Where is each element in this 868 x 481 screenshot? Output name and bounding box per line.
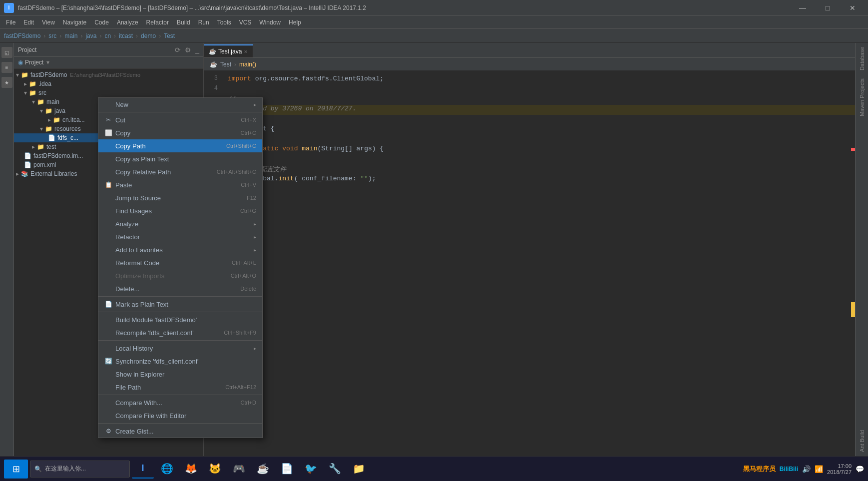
taskbar-app-cat[interactable]: 🐱 — [204, 460, 226, 479]
bc-test[interactable]: Test — [164, 32, 175, 39]
menu-item-navigate[interactable]: Navigate — [59, 18, 90, 27]
taskbar-app-java[interactable]: ☕ — [252, 460, 274, 479]
menu-item-build[interactable]: Build — [173, 18, 194, 27]
menu-item-analyze[interactable]: Analyze — [113, 18, 142, 27]
menu-item-refactor[interactable]: Refactor — [142, 18, 173, 27]
ctx-copy-path[interactable]: Copy Path Ctrl+Shift+C — [98, 139, 262, 152]
ctx-synchronize[interactable]: 🔄 Synchronize 'fdfs_client.conf' — [98, 355, 262, 368]
left-icon-1[interactable]: ◱ — [1, 47, 12, 58]
tree-item-root[interactable]: ▾ 📁 fastDFSdemo E:\shanghai34\fastDFSdem… — [14, 70, 203, 79]
project-settings-btn[interactable]: ⚙ — [185, 46, 191, 54]
menu-item-file[interactable]: File — [2, 18, 19, 27]
breadcrumb-app[interactable]: fastDFSdemo — [4, 32, 40, 39]
bc-itcast[interactable]: itcast — [119, 32, 133, 39]
bc-java[interactable]: java — [85, 32, 96, 39]
project-minimize-btn[interactable]: _ — [195, 46, 199, 54]
code-line-4: 4 — [204, 85, 855, 95]
ctx-paste[interactable]: 📋 Paste Ctrl+V — [98, 178, 262, 191]
ctx-copy-relative-shortcut: Ctrl+Alt+Shift+C — [217, 169, 256, 175]
ctx-new[interactable]: New ▸ — [98, 98, 262, 111]
ctx-compare-editor[interactable]: Compare File with Editor — [98, 409, 262, 422]
code-line-class: class Test { — [204, 125, 855, 135]
menu-item-view[interactable]: View — [38, 18, 59, 27]
taskbar-app-chrome[interactable]: 🌐 — [156, 460, 178, 479]
method-breadcrumb: ☕ Test › main() — [204, 58, 855, 71]
menu-item-run[interactable]: Run — [194, 18, 213, 27]
start-button[interactable]: ⊞ — [4, 460, 28, 479]
ctx-refactor[interactable]: Refactor ▸ — [98, 230, 262, 243]
ctx-compare-with[interactable]: Compare With... Ctrl+D — [98, 396, 262, 409]
ctx-create-gist[interactable]: ⚙ Create Gist... — [98, 425, 262, 438]
ctx-build-module[interactable]: Build Module 'fastDFSdemo' — [98, 313, 262, 326]
project-scope-icon: ◉ — [18, 59, 23, 66]
ctx-cut[interactable]: ✂ Cut Ctrl+X — [98, 113, 262, 126]
ctx-reformat[interactable]: Reformat Code Ctrl+Alt+L — [98, 256, 262, 269]
taskbar: ⊞ 🔍 在这里输入你... I 🌐 🦊 🐱 🎮 ☕ 📄 🐦 🔧 📁 黑马程序员 … — [0, 456, 868, 481]
title-bar: I fastDFSdemo – [E:\shanghai34\fastDFSde… — [0, 0, 868, 16]
ctx-analyze[interactable]: Analyze ▸ — [98, 217, 262, 230]
ctx-jump-source[interactable]: Jump to Source F12 — [98, 191, 262, 204]
tab-close-btn[interactable]: ✕ — [244, 49, 248, 54]
ctx-find-usages[interactable]: Find Usages Ctrl+G — [98, 204, 262, 217]
close-button[interactable]: ✕ — [841, 0, 864, 16]
taskbar-app-folder[interactable]: 📁 — [348, 460, 370, 479]
bc-cn[interactable]: cn — [104, 32, 111, 39]
sidebar-maven[interactable]: Maven Projects — [857, 74, 867, 120]
ctx-mark-plain[interactable]: 📄 Mark as Plain Text — [98, 298, 262, 311]
tree-item-idea[interactable]: ▸ 📁 .idea — [14, 79, 203, 88]
tray-network[interactable]: 📶 — [815, 465, 823, 473]
tree-item-src[interactable]: ▾ 📁 src — [14, 88, 203, 97]
menu-item-edit[interactable]: Edit — [19, 18, 38, 27]
code-line-empty2 — [204, 135, 855, 145]
taskbar-search[interactable]: 🔍 在这里输入你... — [30, 461, 130, 478]
taskbar-app-doc[interactable]: 📄 — [276, 460, 298, 479]
ctx-show-explorer[interactable]: Show in Explorer — [98, 368, 262, 381]
editor-content[interactable]: 3 import org.csource.fastdfs.ClientGloba… — [204, 71, 855, 456]
taskbar-app-firefox[interactable]: 🦊 — [180, 460, 202, 479]
menu-item-tools[interactable]: Tools — [213, 18, 235, 27]
ctx-jump-source-label: Jump to Source — [115, 194, 161, 202]
left-icon-3[interactable]: ★ — [1, 77, 12, 88]
project-title: Project — [18, 46, 171, 53]
ctx-sep-3 — [98, 312, 262, 312]
ctx-local-history[interactable]: Local History ▸ — [98, 342, 262, 355]
ctx-delete[interactable]: Delete... Delete — [98, 282, 262, 295]
taskbar-app-game[interactable]: 🎮 — [228, 460, 250, 479]
ctx-copy-relative[interactable]: Copy Relative Path Ctrl+Alt+Shift+C — [98, 165, 262, 178]
menu-item-window[interactable]: Window — [255, 18, 285, 27]
menu-item-vcs[interactable]: VCS — [235, 18, 256, 27]
mb-method: main() — [239, 61, 256, 68]
ctx-copy-plain[interactable]: Copy as Plain Text — [98, 152, 262, 165]
tab-test-java[interactable]: ☕ Test.java ✕ — [204, 44, 253, 57]
project-sync-btn[interactable]: ⟳ — [175, 46, 181, 54]
menu-item-help[interactable]: Help — [285, 18, 305, 27]
ctx-find-usages-shortcut: Ctrl+G — [240, 208, 256, 214]
tray-speaker[interactable]: 🔊 — [802, 465, 811, 473]
mb-file: Test — [220, 61, 231, 68]
maximize-button[interactable]: □ — [816, 0, 839, 16]
project-scope-arrow[interactable]: ▾ — [46, 59, 49, 66]
editor-tabs: ☕ Test.java ✕ — [204, 43, 855, 58]
left-icon-2[interactable]: ≡ — [1, 62, 12, 73]
bc-main[interactable]: main — [64, 32, 77, 39]
ctx-copy[interactable]: ⬜ Copy Ctrl+C — [98, 126, 262, 139]
bc-src[interactable]: src — [48, 32, 56, 39]
ctx-file-path[interactable]: File Path Ctrl+Alt+F12 — [98, 381, 262, 394]
menu-item-code[interactable]: Code — [90, 18, 113, 27]
ctx-reformat-label: Reformat Code — [115, 259, 159, 267]
ctx-local-history-label: Local History — [115, 345, 153, 352]
taskbar-tray: 黑马程序员 BiliBili 🔊 📶 17:00 2018/7/27 💬 — [743, 463, 864, 475]
taskbar-app-intellij[interactable]: I — [132, 460, 154, 479]
minimize-button[interactable]: — — [791, 0, 814, 16]
error-marker — [851, 148, 855, 151]
taskbar-app-tools[interactable]: 🔧 — [324, 460, 346, 479]
ctx-sep-4 — [98, 340, 262, 341]
sidebar-database[interactable]: Database — [857, 43, 867, 74]
ctx-add-favorites[interactable]: Add to Favorites ▸ — [98, 243, 262, 256]
sidebar-ant[interactable]: Ant Build — [857, 426, 867, 456]
ctx-recompile[interactable]: Recompile 'fdfs_client.conf' Ctrl+Shift+… — [98, 326, 262, 339]
tray-notifications[interactable]: 💬 — [856, 465, 864, 473]
bc-demo[interactable]: demo — [141, 32, 156, 39]
code-line-comment2: // created by 37269 on 2018/7/27. — [204, 105, 855, 115]
taskbar-app-bird[interactable]: 🐦 — [300, 460, 322, 479]
